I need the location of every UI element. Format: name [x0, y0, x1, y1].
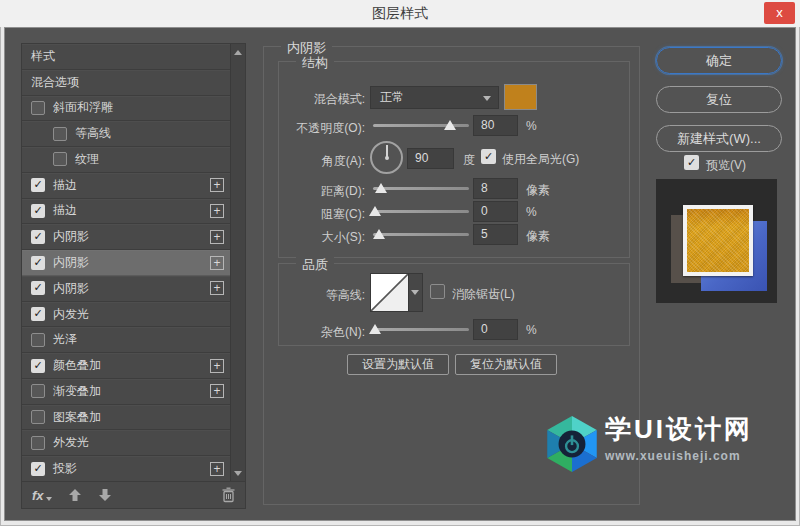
styles-sidebar: 样式 混合选项 斜面和浮雕 等高线 纹理 ✓: [21, 43, 246, 509]
fx-menu-button[interactable]: fx: [32, 488, 44, 503]
sidebar-item-contour[interactable]: 等高线: [22, 121, 231, 147]
preview-label: 预览(V): [706, 157, 746, 174]
sidebar-item-texture[interactable]: 纹理: [22, 147, 231, 173]
checkbox-icon[interactable]: ✓: [31, 178, 45, 192]
size-input[interactable]: 5: [473, 224, 518, 245]
checkbox-icon[interactable]: ✓: [31, 359, 45, 373]
checkbox-icon[interactable]: [31, 384, 45, 398]
scroll-down-icon[interactable]: [234, 471, 242, 476]
distance-input[interactable]: 8: [473, 178, 518, 199]
sidebar-item-label: 投影: [53, 460, 77, 477]
sidebar-item-outer-glow[interactable]: 外发光: [22, 430, 231, 456]
xueui-logo-icon: [547, 416, 597, 472]
checkbox-icon[interactable]: [31, 410, 45, 424]
new-style-button[interactable]: 新建样式(W)...: [656, 125, 782, 152]
reset-button[interactable]: 复位: [656, 86, 782, 113]
choke-unit: %: [526, 205, 537, 219]
sidebar-item-pattern-overlay[interactable]: 图案叠加: [22, 405, 231, 431]
opacity-input[interactable]: 80: [473, 115, 518, 136]
sidebar-item-label: 外发光: [53, 434, 89, 451]
checkbox-icon[interactable]: [31, 333, 45, 347]
contour-picker[interactable]: [370, 273, 423, 312]
checkbox-icon[interactable]: ✓: [31, 204, 45, 218]
move-effect-up-button[interactable]: [68, 488, 82, 502]
checkbox-icon[interactable]: ✓: [31, 462, 45, 476]
slider-track[interactable]: [373, 328, 469, 331]
angle-dial[interactable]: [370, 141, 403, 174]
checkbox-icon[interactable]: ✓: [31, 256, 45, 270]
sidebar-item-gradient-overlay[interactable]: 渐变叠加 +: [22, 379, 231, 405]
contour-dropdown-button[interactable]: [408, 274, 422, 311]
choke-slider[interactable]: [373, 205, 469, 217]
slider-thumb[interactable]: [373, 229, 385, 239]
sidebar-item-bevel-emboss[interactable]: 斜面和浮雕: [22, 96, 231, 122]
make-default-button[interactable]: 设置为默认值: [347, 354, 449, 375]
layer-style-dialog: 图层样式 x 样式 混合选项 斜面和浮雕 等高线: [0, 0, 800, 526]
sidebar-scrollbar[interactable]: [230, 44, 245, 482]
checkbox-icon[interactable]: [31, 101, 45, 115]
checkbox-icon[interactable]: ✓: [31, 307, 45, 321]
slider-thumb[interactable]: [444, 120, 456, 130]
sidebar-item-inner-shadow-3[interactable]: ✓ 内阴影 +: [22, 276, 231, 302]
slider-thumb[interactable]: [369, 206, 381, 216]
noise-slider[interactable]: [373, 323, 469, 335]
checkbox-icon[interactable]: [53, 127, 67, 141]
scroll-up-icon[interactable]: [234, 50, 242, 55]
anti-alias-checkbox[interactable]: [430, 284, 445, 299]
preview-gold-texture: [687, 209, 749, 272]
delete-effect-icon[interactable]: [221, 487, 236, 503]
checkbox-icon[interactable]: [53, 152, 67, 166]
ok-button[interactable]: 确定: [656, 47, 782, 74]
sidebar-item-inner-shadow-1[interactable]: ✓ 内阴影 +: [22, 224, 231, 250]
slider-track[interactable]: [373, 233, 469, 236]
opacity-label: 不透明度(O):: [264, 120, 365, 137]
sidebar-item-inner-glow[interactable]: ✓ 内发光: [22, 302, 231, 328]
sidebar-item-color-overlay[interactable]: ✓ 颜色叠加 +: [22, 353, 231, 379]
sidebar-item-blending-options[interactable]: 混合选项: [22, 70, 231, 96]
opacity-slider[interactable]: [373, 119, 469, 131]
sidebar-item-styles[interactable]: 样式: [22, 44, 231, 70]
sidebar-item-drop-shadow[interactable]: ✓ 投影 +: [22, 456, 231, 482]
structure-legend: 结构: [296, 54, 334, 72]
checkbox-icon[interactable]: ✓: [31, 230, 45, 244]
sidebar-item-stroke-1[interactable]: ✓ 描边 +: [22, 173, 231, 199]
checkbox-icon[interactable]: [31, 436, 45, 450]
watermark-site-url: www.xueuisheji.com: [605, 449, 753, 463]
slider-track[interactable]: [373, 187, 469, 190]
add-effect-icon[interactable]: +: [210, 384, 224, 398]
choke-input[interactable]: 0: [473, 201, 518, 222]
slider-thumb[interactable]: [375, 183, 387, 193]
noise-input[interactable]: 0: [473, 319, 518, 340]
slider-thumb[interactable]: [369, 324, 381, 334]
contour-thumbnail[interactable]: [371, 274, 408, 311]
reset-default-button[interactable]: 复位为默认值: [455, 354, 557, 375]
sidebar-item-satin[interactable]: 光泽: [22, 327, 231, 353]
add-effect-icon[interactable]: +: [210, 462, 224, 476]
sidebar-item-stroke-2[interactable]: ✓ 描边 +: [22, 199, 231, 225]
chevron-down-icon: [411, 290, 419, 295]
angle-center-dot: [385, 156, 389, 160]
add-effect-icon[interactable]: +: [210, 204, 224, 218]
watermark-text: 学UI设计网 www.xueuisheji.com: [605, 412, 753, 463]
angle-input[interactable]: 90: [407, 148, 454, 169]
sidebar-item-label: 内阴影: [53, 254, 89, 271]
blend-mode-select[interactable]: 正常: [370, 86, 499, 109]
preview-checkbox[interactable]: ✓: [684, 155, 699, 170]
add-effect-icon[interactable]: +: [210, 230, 224, 244]
sidebar-item-inner-shadow-2-selected[interactable]: ✓ 内阴影 +: [22, 250, 231, 276]
sidebar-item-label: 等高线: [75, 125, 111, 142]
distance-slider[interactable]: [373, 182, 469, 194]
move-effect-down-button[interactable]: [98, 488, 112, 502]
slider-track[interactable]: [373, 210, 469, 213]
noise-unit: %: [526, 323, 537, 337]
shadow-color-swatch[interactable]: [504, 84, 537, 110]
checkbox-icon[interactable]: ✓: [31, 281, 45, 295]
add-effect-icon[interactable]: +: [210, 281, 224, 295]
size-slider[interactable]: [373, 228, 469, 240]
add-effect-icon[interactable]: +: [210, 359, 224, 373]
add-effect-icon[interactable]: +: [210, 256, 224, 270]
global-light-checkbox[interactable]: ✓: [481, 149, 496, 164]
noise-label: 杂色(N):: [264, 324, 365, 341]
close-button[interactable]: x: [764, 2, 795, 24]
add-effect-icon[interactable]: +: [210, 178, 224, 192]
